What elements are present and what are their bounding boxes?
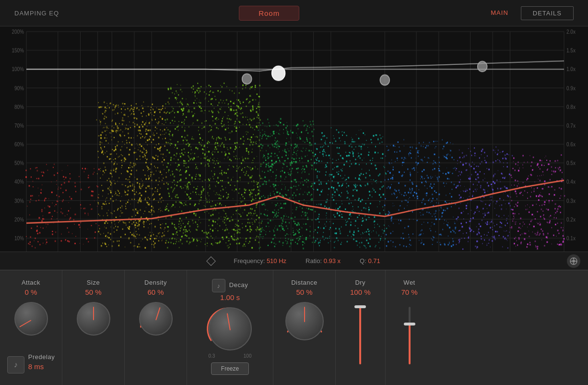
decay-label: Decay: [229, 281, 248, 289]
dry-group: Dry 100 %: [336, 270, 386, 385]
ratio-label: Ratio: 0.93 x: [306, 257, 341, 265]
svg-point-3: [576, 260, 577, 262]
predelay-section: ♪ Predelay 8 ms: [0, 353, 62, 376]
wet-slider-thumb[interactable]: [404, 323, 415, 325]
wet-label: Wet: [403, 279, 415, 286]
controls: Attack 0 % ♪ Predelay 8 ms: [0, 270, 588, 385]
density-group: Density 60 %: [125, 270, 187, 385]
density-knob-body[interactable]: [139, 302, 173, 336]
density-knob[interactable]: [139, 302, 173, 336]
q-value: 0.71: [368, 257, 380, 265]
size-value: 50 %: [85, 288, 101, 296]
distance-value: 50 %: [296, 288, 312, 296]
attack-knob-body[interactable]: [14, 302, 48, 336]
wet-slider[interactable]: [409, 307, 411, 364]
tab-main[interactable]: MAIN: [479, 6, 520, 20]
decay-range: 0.3 100: [209, 353, 252, 359]
node-indicator: [206, 256, 216, 266]
wet-group: Wet 70 %: [386, 270, 434, 385]
attack-knob[interactable]: [14, 302, 48, 336]
wet-value: 70 %: [401, 288, 417, 296]
dry-slider-thumb[interactable]: [354, 305, 366, 308]
predelay-label: Predelay: [28, 353, 55, 361]
eq-canvas: [0, 26, 588, 270]
svg-point-2: [573, 258, 575, 259]
density-value: 60 %: [147, 288, 164, 296]
dry-slider[interactable]: [359, 307, 361, 364]
predelay-note-button[interactable]: ♪: [7, 356, 24, 373]
predelay-value: 8 ms: [28, 362, 44, 371]
header-tabs: MAIN DETAILS: [479, 6, 574, 20]
eq-display[interactable]: Frequency: 510 Hz Ratio: 0.93 x Q: 0.71: [0, 26, 588, 270]
svg-point-4: [573, 263, 575, 264]
svg-point-1: [572, 260, 575, 263]
decay-knob[interactable]: [209, 307, 252, 350]
app-title: DAMPING EQ: [14, 10, 59, 17]
frequency-label: Frequency: 510 Hz: [234, 257, 286, 265]
attack-value: 0 %: [25, 288, 37, 296]
size-group: Size 50 %: [62, 270, 125, 385]
svg-point-5: [571, 260, 572, 262]
main-container: DAMPING EQ Room MAIN DETAILS Frequency: …: [0, 0, 588, 385]
dry-label: Dry: [355, 279, 365, 286]
distance-knob[interactable]: [285, 302, 324, 340]
decay-value: 1.00 s: [220, 293, 240, 301]
ratio-value: 0.93 x: [324, 257, 341, 265]
decay-group: ♪ Decay 1.00 s 0.3 100 Freeze: [187, 270, 273, 385]
preset-display[interactable]: Room: [239, 6, 299, 21]
attack-label: Attack: [22, 279, 40, 286]
size-knob-body[interactable]: [77, 302, 110, 336]
density-label: Density: [144, 279, 167, 286]
info-bar: Frequency: 510 Hz Ratio: 0.93 x Q: 0.71: [0, 252, 588, 270]
size-label: Size: [87, 279, 100, 286]
decay-knob-body[interactable]: [209, 307, 252, 350]
header: DAMPING EQ Room MAIN DETAILS: [0, 0, 588, 26]
attack-group: Attack 0 % ♪ Predelay 8 ms: [0, 270, 62, 385]
distance-label: Distance: [291, 279, 318, 286]
distance-knob-body[interactable]: [285, 302, 324, 340]
decay-note-button[interactable]: ♪: [212, 279, 225, 292]
size-knob[interactable]: [77, 302, 110, 336]
tab-details[interactable]: DETAILS: [521, 6, 574, 20]
freeze-button[interactable]: Freeze: [211, 362, 249, 375]
distance-group: Distance 50 %: [273, 270, 336, 385]
spectrum-icon[interactable]: [567, 254, 580, 268]
q-label: Q: 0.71: [360, 257, 380, 265]
frequency-value: 510 Hz: [267, 257, 286, 265]
dry-value: 100 %: [350, 288, 371, 296]
